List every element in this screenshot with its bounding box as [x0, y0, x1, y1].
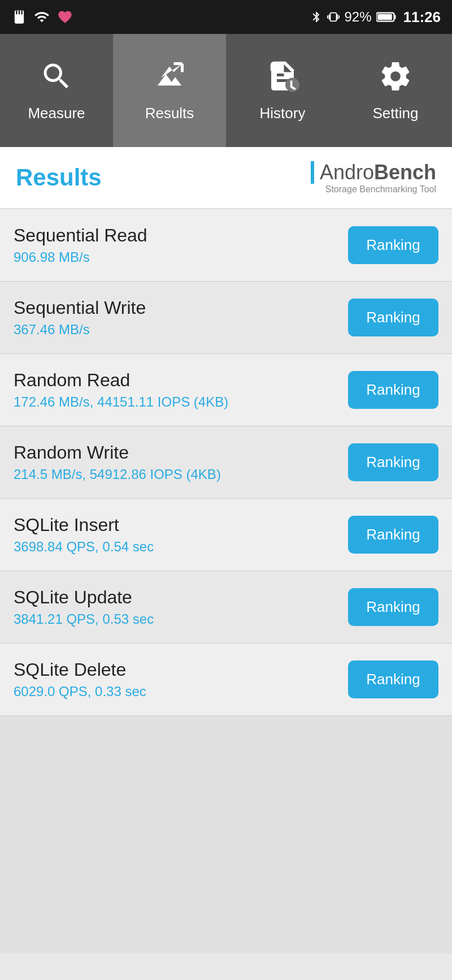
tab-history-label: History: [260, 105, 306, 122]
benchmark-info-sqlite-update: SQLite Update 3841.21 QPS, 0.53 sec: [14, 587, 348, 627]
svg-rect-3: [21, 10, 23, 14]
benchmark-info-random-read: Random Read 172.46 MB/s, 44151.11 IOPS (…: [14, 370, 348, 410]
sd-icon: [11, 9, 27, 25]
benchmark-value-sequential-write: 367.46 MB/s: [14, 322, 348, 338]
benchmark-info-sqlite-insert: SQLite Insert 3698.84 QPS, 0.54 sec: [14, 515, 348, 555]
ranking-button-sequential-read[interactable]: Ranking: [348, 226, 438, 264]
svg-rect-1: [16, 10, 17, 14]
status-bar: 92% 11:26: [0, 0, 452, 34]
battery-icon: [376, 10, 397, 24]
svg-rect-2: [19, 10, 20, 14]
page-title: Results: [16, 164, 102, 191]
tab-measure-label: Measure: [28, 105, 85, 122]
benchmark-value-sqlite-update: 3841.21 QPS, 0.53 sec: [14, 611, 348, 627]
benchmark-info-random-write: Random Write 214.5 MB/s, 54912.86 IOPS (…: [14, 442, 348, 482]
chart-icon: [153, 59, 186, 98]
svg-rect-5: [394, 15, 395, 19]
benchmark-info-sqlite-delete: SQLite Delete 6029.0 QPS, 0.33 sec: [14, 659, 348, 700]
ranking-button-sqlite-insert[interactable]: Ranking: [348, 516, 438, 554]
search-icon: [40, 59, 73, 98]
svg-rect-6: [377, 14, 392, 20]
benchmark-row-sqlite-insert: SQLite Insert 3698.84 QPS, 0.54 sec Rank…: [0, 499, 452, 571]
benchmark-row-sequential-write: Sequential Write 367.46 MB/s Ranking: [0, 282, 452, 354]
wifi-icon: [33, 9, 51, 25]
brand-logo: AndroBench Storage Benchmarking Tool: [311, 161, 436, 195]
tab-history[interactable]: History: [226, 34, 339, 147]
brand-name: AndroBench: [311, 161, 436, 184]
health-icon: [56, 9, 73, 25]
status-right-icons: 92% 11:26: [310, 8, 441, 26]
benchmark-row-sqlite-delete: SQLite Delete 6029.0 QPS, 0.33 sec Ranki…: [0, 644, 452, 716]
benchmark-row-random-read: Random Read 172.46 MB/s, 44151.11 IOPS (…: [0, 354, 452, 426]
gear-icon: [379, 59, 412, 98]
tab-results-label: Results: [145, 105, 194, 122]
benchmark-name-random-write: Random Write: [14, 442, 348, 463]
tab-results[interactable]: Results: [113, 34, 226, 147]
time-display: 11:26: [403, 8, 441, 26]
ranking-button-sqlite-update[interactable]: Ranking: [348, 588, 438, 626]
benchmark-value-random-write: 214.5 MB/s, 54912.86 IOPS (4KB): [14, 467, 348, 482]
benchmark-name-sequential-write: Sequential Write: [14, 297, 348, 318]
benchmark-value-sqlite-insert: 3698.84 QPS, 0.54 sec: [14, 539, 348, 555]
benchmark-name-sequential-read: Sequential Read: [14, 225, 348, 246]
benchmark-info-sequential-write: Sequential Write 367.46 MB/s: [14, 297, 348, 338]
benchmark-list: Sequential Read 906.98 MB/s Ranking Sequ…: [0, 209, 452, 716]
battery-percent: 92%: [344, 9, 371, 25]
benchmark-row-sequential-read: Sequential Read 906.98 MB/s Ranking: [0, 209, 452, 282]
benchmark-name-sqlite-insert: SQLite Insert: [14, 515, 348, 536]
benchmark-name-random-read: Random Read: [14, 370, 348, 391]
ranking-button-sequential-write[interactable]: Ranking: [348, 299, 438, 336]
tab-setting[interactable]: Setting: [339, 34, 452, 147]
benchmark-name-sqlite-update: SQLite Update: [14, 587, 348, 608]
brand-andro: Andro: [320, 161, 374, 184]
benchmark-value-random-read: 172.46 MB/s, 44151.11 IOPS (4KB): [14, 394, 348, 410]
benchmark-name-sqlite-delete: SQLite Delete: [14, 659, 348, 680]
brand-tagline: Storage Benchmarking Tool: [325, 184, 436, 195]
brand-bench: Bench: [374, 161, 436, 184]
status-left-icons: [11, 9, 73, 25]
ranking-button-random-read[interactable]: Ranking: [348, 371, 438, 409]
benchmark-info-sequential-read: Sequential Read 906.98 MB/s: [14, 225, 348, 265]
ranking-button-sqlite-delete[interactable]: Ranking: [348, 660, 438, 698]
bluetooth-icon: [310, 9, 323, 25]
brand-bar: [311, 161, 314, 184]
results-header: Results AndroBench Storage Benchmarking …: [0, 147, 452, 209]
benchmark-row-random-write: Random Write 214.5 MB/s, 54912.86 IOPS (…: [0, 426, 452, 499]
document-icon: [266, 59, 299, 98]
ranking-button-random-write[interactable]: Ranking: [348, 443, 438, 481]
benchmark-value-sqlite-delete: 6029.0 QPS, 0.33 sec: [14, 684, 348, 700]
vibrate-icon: [327, 9, 340, 25]
benchmark-value-sequential-read: 906.98 MB/s: [14, 249, 348, 265]
bottom-empty-area: [0, 716, 452, 953]
tab-setting-label: Setting: [373, 105, 419, 122]
tab-measure[interactable]: Measure: [0, 34, 113, 147]
nav-tabs: Measure Results History Setting: [0, 34, 452, 147]
benchmark-row-sqlite-update: SQLite Update 3841.21 QPS, 0.53 sec Rank…: [0, 571, 452, 644]
